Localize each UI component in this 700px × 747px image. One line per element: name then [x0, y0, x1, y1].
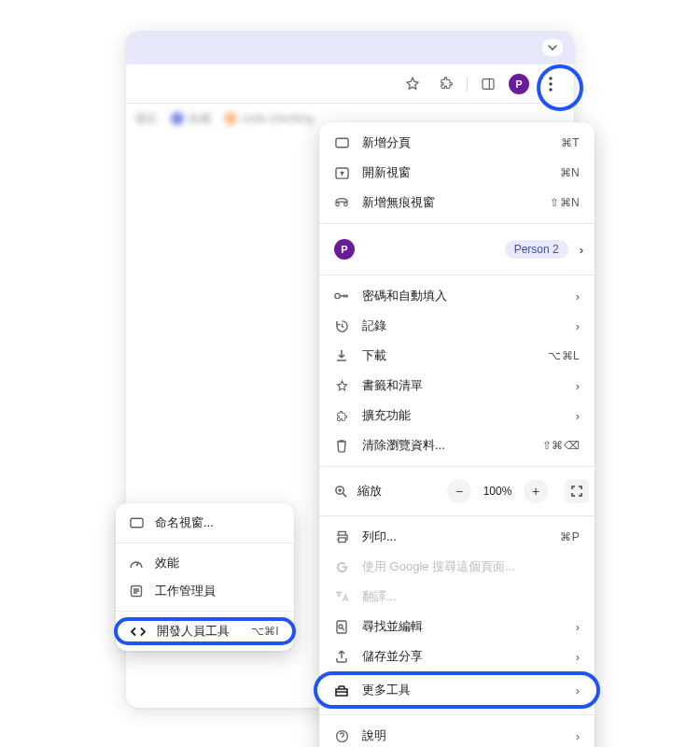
menu-zoom: 縮放 − 100% + [319, 472, 595, 510]
tab-icon [334, 137, 349, 148]
menu-downloads[interactable]: 下載 ⌥⌘L [319, 341, 595, 371]
chevron-right-icon: › [576, 289, 580, 303]
trash-icon [334, 439, 349, 453]
menu-save-share[interactable]: 儲存並分享 › [319, 641, 595, 671]
browser-window: P 最近 收藏 code checking 新增分頁 ⌘T 開新視窗 ⌘N 新增… [126, 31, 574, 708]
more-tools-submenu: 命名視窗... 效能 工作管理員 開發人員工具 ⌥⌘I [116, 503, 294, 651]
chevron-right-icon: › [580, 243, 583, 257]
menu-find-edit[interactable]: 尋找並編輯 › [319, 612, 595, 641]
profile-avatar-small: P [334, 239, 355, 260]
window-icon [334, 167, 349, 179]
fullscreen-button[interactable] [565, 479, 589, 503]
menu-profile[interactable]: P Person 2 › [319, 230, 595, 269]
incognito-icon [334, 197, 349, 208]
tab-search-button[interactable] [542, 39, 563, 56]
menu-extensions[interactable]: 擴充功能 › [319, 401, 595, 430]
menu-google-search: 使用 Google 搜尋這個頁面... [319, 552, 595, 582]
code-icon [131, 627, 146, 637]
submenu-performance[interactable]: 效能 [116, 549, 294, 577]
profile-badge: Person 2 [505, 240, 568, 259]
translate-icon [334, 590, 349, 603]
puzzle-icon [334, 409, 349, 423]
share-icon [334, 650, 349, 663]
toolbox-icon [334, 684, 349, 697]
menu-separator [319, 223, 595, 224]
zoom-out-button[interactable]: − [447, 479, 471, 503]
menu-separator [319, 275, 595, 275]
menu-new-incognito[interactable]: 新增無痕視窗 ⇧⌘N [319, 188, 595, 218]
svg-rect-5 [335, 138, 347, 147]
svg-point-4 [549, 88, 552, 91]
help-icon [334, 729, 349, 743]
find-icon [334, 620, 349, 634]
zoom-value: 100% [481, 485, 514, 498]
main-menu: 新增分頁 ⌘T 開新視窗 ⌘N 新增無痕視窗 ⇧⌘N P Person 2 › … [319, 122, 595, 747]
download-icon [334, 349, 349, 362]
menu-new-window[interactable]: 開新視窗 ⌘N [319, 158, 595, 188]
menu-passwords[interactable]: 密碼和自動填入 › [319, 281, 595, 311]
profile-avatar[interactable]: P [509, 74, 529, 94]
submenu-separator [116, 543, 294, 543]
chevron-right-icon: › [576, 729, 580, 743]
menu-separator [319, 714, 595, 715]
zoom-in-button[interactable]: + [524, 479, 548, 503]
key-icon [334, 291, 349, 301]
chevron-right-icon: › [576, 650, 580, 664]
menu-print[interactable]: 列印... ⌘P [319, 522, 595, 552]
google-icon [334, 560, 349, 574]
svg-point-2 [549, 77, 552, 79]
window-icon [129, 517, 144, 529]
menu-more-tools[interactable]: 更多工具 › [314, 671, 600, 709]
svg-point-10 [339, 625, 343, 628]
extensions-icon[interactable] [433, 71, 459, 97]
svg-point-7 [335, 293, 340, 298]
task-icon [129, 585, 144, 598]
submenu-separator [116, 611, 294, 612]
kebab-menu-button[interactable] [537, 70, 565, 98]
menu-new-tab[interactable]: 新增分頁 ⌘T [319, 128, 595, 158]
svg-rect-14 [130, 518, 142, 527]
toolbar: P [126, 64, 574, 104]
chevron-right-icon: › [576, 684, 580, 698]
svg-rect-0 [483, 78, 494, 89]
toolbar-divider [467, 77, 468, 92]
sidepanel-icon[interactable] [475, 71, 501, 97]
print-icon [334, 530, 349, 543]
menu-separator [319, 466, 595, 467]
chevron-right-icon: › [576, 379, 580, 393]
submenu-dev-tools[interactable]: 開發人員工具 ⌥⌘I [114, 617, 296, 645]
chevron-right-icon: › [576, 620, 580, 634]
chevron-right-icon: › [576, 319, 580, 333]
menu-help[interactable]: 說明 › [319, 721, 595, 747]
history-icon [334, 319, 349, 333]
menu-history[interactable]: 記錄 › [319, 311, 595, 341]
menu-separator [319, 515, 595, 516]
speedometer-icon [129, 557, 144, 569]
tab-strip [126, 31, 574, 64]
submenu-name-window[interactable]: 命名視窗... [116, 509, 294, 537]
star-icon[interactable] [399, 71, 426, 97]
zoom-icon [334, 485, 348, 499]
svg-point-3 [549, 82, 552, 85]
submenu-task-manager[interactable]: 工作管理員 [116, 577, 294, 605]
star-icon [334, 379, 349, 393]
menu-translate: 翻譯... [319, 582, 595, 612]
menu-clear-data[interactable]: 清除瀏覽資料... ⇧⌘⌫ [319, 430, 595, 460]
menu-bookmarks[interactable]: 書籤和清單 › [319, 371, 595, 401]
chevron-right-icon: › [576, 409, 580, 423]
